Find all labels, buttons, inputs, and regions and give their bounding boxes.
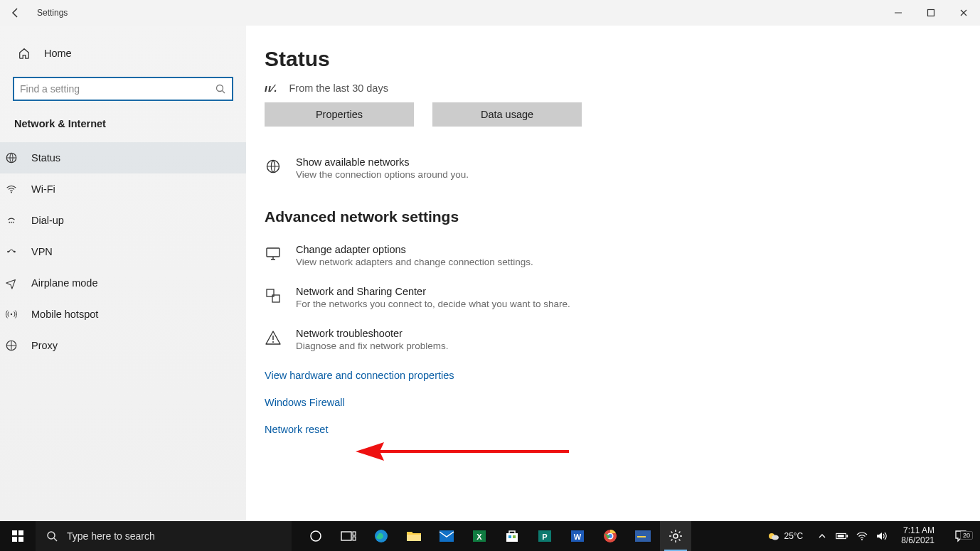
clock[interactable]: 7:11 AM 8/6/2021 bbox=[895, 526, 940, 546]
settings-taskbar-icon[interactable] bbox=[660, 521, 691, 551]
svg-point-47 bbox=[673, 534, 678, 538]
start-button[interactable] bbox=[0, 521, 36, 551]
sidebar-item-airplane[interactable]: Airplane mode bbox=[0, 267, 246, 299]
taskbar-search[interactable]: Type here to search bbox=[36, 521, 292, 551]
sidebar-item-status[interactable]: Status bbox=[0, 142, 246, 173]
svg-point-7 bbox=[11, 222, 12, 223]
svg-rect-31 bbox=[407, 535, 421, 541]
notification-badge: 20 bbox=[960, 531, 973, 540]
sidebar-item-hotspot[interactable]: Mobile hotspot bbox=[0, 299, 246, 330]
sharing-center-item[interactable]: Network and Sharing Center For the netwo… bbox=[265, 286, 980, 309]
home-icon bbox=[17, 47, 31, 60]
svg-rect-52 bbox=[838, 535, 844, 537]
app-icon[interactable] bbox=[627, 521, 659, 551]
monitor-icon bbox=[265, 244, 283, 267]
sidebar-home-label: Home bbox=[44, 48, 72, 59]
chrome-icon[interactable] bbox=[595, 521, 626, 551]
system-tray: 25°C 7:11 AM 8/6/2021 20 bbox=[755, 526, 980, 546]
weather-widget[interactable]: 25°C bbox=[761, 530, 809, 542]
item-desc: Diagnose and fix network problems. bbox=[296, 341, 449, 351]
page-title: Status bbox=[265, 47, 980, 71]
task-view-button[interactable] bbox=[333, 521, 364, 551]
edge-icon[interactable] bbox=[366, 521, 397, 551]
hardware-link[interactable]: View hardware and connection properties bbox=[265, 370, 980, 381]
network-reset-link[interactable]: Network reset bbox=[265, 424, 980, 435]
sidebar-item-label: Proxy bbox=[31, 340, 58, 351]
minimize-button[interactable] bbox=[882, 0, 915, 26]
globe-icon bbox=[265, 156, 283, 180]
action-center-icon[interactable]: 20 bbox=[947, 530, 974, 542]
data-usage-button[interactable]: Data usage bbox=[432, 102, 582, 127]
show-networks-item[interactable]: Show available networks View the connect… bbox=[265, 156, 980, 180]
svg-point-5 bbox=[11, 192, 12, 193]
svg-rect-46 bbox=[637, 536, 646, 537]
sidebar-item-label: VPN bbox=[31, 246, 53, 257]
vpn-icon bbox=[4, 245, 18, 258]
sidebar-home[interactable]: Home bbox=[13, 40, 233, 67]
store-icon[interactable] bbox=[496, 521, 528, 551]
sidebar: Home Network & Internet Status Wi-Fi bbox=[0, 26, 246, 521]
svg-rect-36 bbox=[508, 535, 511, 538]
sidebar-item-label: Airplane mode bbox=[31, 277, 98, 289]
item-desc: For the networks you connect to, decide … bbox=[296, 299, 570, 309]
svg-text:X: X bbox=[476, 533, 482, 541]
svg-point-6 bbox=[9, 222, 10, 223]
sharing-icon bbox=[265, 286, 283, 309]
battery-icon[interactable] bbox=[836, 532, 848, 540]
volume-icon[interactable] bbox=[875, 531, 888, 541]
search-icon bbox=[215, 83, 226, 95]
warning-icon bbox=[265, 328, 283, 351]
svg-point-10 bbox=[14, 251, 16, 253]
item-title: Change adapter options bbox=[296, 244, 533, 255]
tray-chevron-icon[interactable] bbox=[816, 532, 829, 540]
titlebar: Settings bbox=[0, 0, 980, 26]
svg-rect-32 bbox=[440, 530, 454, 542]
taskbar: Type here to search X P W bbox=[0, 521, 980, 551]
publisher-icon[interactable]: P bbox=[529, 521, 560, 551]
svg-rect-37 bbox=[513, 535, 516, 538]
search-input[interactable] bbox=[20, 83, 215, 95]
taskbar-search-placeholder: Type here to search bbox=[67, 530, 155, 542]
window-title: Settings bbox=[31, 8, 68, 18]
svg-point-11 bbox=[11, 314, 12, 315]
item-title: Network troubleshooter bbox=[296, 328, 449, 339]
search-box[interactable] bbox=[13, 77, 233, 101]
svg-text:W: W bbox=[574, 533, 582, 541]
svg-point-26 bbox=[311, 531, 321, 541]
sidebar-item-proxy[interactable]: Proxy bbox=[0, 330, 246, 361]
maximize-button[interactable] bbox=[915, 0, 947, 26]
svg-point-2 bbox=[217, 85, 223, 92]
svg-point-9 bbox=[7, 251, 9, 253]
svg-line-3 bbox=[223, 91, 225, 94]
airplane-icon bbox=[4, 277, 18, 289]
word-icon[interactable]: W bbox=[562, 521, 593, 551]
clock-time: 7:11 AM bbox=[901, 526, 934, 536]
sidebar-item-dialup[interactable]: Dial-up bbox=[0, 205, 246, 236]
sidebar-item-wifi[interactable]: Wi-Fi bbox=[0, 173, 246, 205]
globe-icon bbox=[4, 151, 18, 164]
mail-icon[interactable] bbox=[431, 521, 462, 551]
svg-rect-14 bbox=[267, 248, 279, 257]
change-adapter-item[interactable]: Change adapter options View network adap… bbox=[265, 244, 980, 267]
file-explorer-icon[interactable] bbox=[398, 521, 430, 551]
cortana-button[interactable] bbox=[300, 521, 331, 551]
properties-button[interactable]: Properties bbox=[265, 102, 414, 127]
clock-date: 8/6/2021 bbox=[901, 536, 934, 546]
weather-temp: 25°C bbox=[784, 531, 803, 541]
firewall-link[interactable]: Windows Firewall bbox=[265, 397, 980, 408]
sidebar-item-vpn[interactable]: VPN bbox=[0, 236, 246, 267]
svg-point-53 bbox=[861, 539, 863, 540]
status-subtext: From the last 30 days bbox=[289, 82, 388, 94]
troubleshooter-item[interactable]: Network troubleshooter Diagnose and fix … bbox=[265, 328, 980, 351]
excel-icon[interactable]: X bbox=[464, 521, 495, 551]
wifi-tray-icon[interactable] bbox=[856, 531, 868, 541]
svg-line-25 bbox=[54, 538, 57, 541]
dialup-icon bbox=[4, 214, 18, 227]
svg-rect-22 bbox=[12, 537, 17, 542]
wifi-icon bbox=[4, 183, 18, 196]
close-button[interactable] bbox=[947, 0, 980, 26]
svg-rect-1 bbox=[928, 10, 934, 16]
back-button[interactable] bbox=[0, 7, 31, 18]
item-title: Show available networks bbox=[296, 156, 469, 168]
svg-rect-35 bbox=[506, 533, 518, 542]
